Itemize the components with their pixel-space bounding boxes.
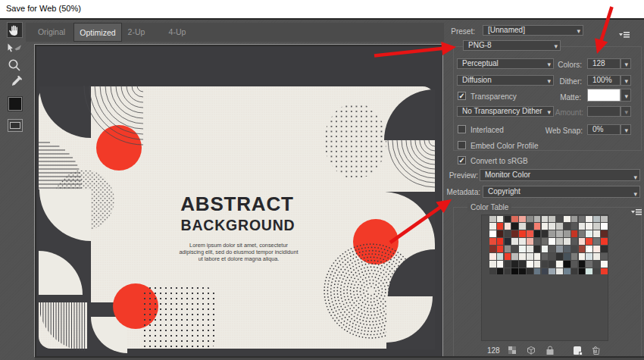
svg-text:BACKGROUND: BACKGROUND [181, 217, 295, 233]
svg-text:ut labore et dolore magna aliq: ut labore et dolore magna aliqua. [199, 255, 280, 262]
svg-text:Lorem ipsum dolor sit amet, co: Lorem ipsum dolor sit amet, consectetur [189, 242, 288, 249]
svg-text:ABSTRACT: ABSTRACT [180, 193, 293, 215]
svg-text:adipiscing elit, sed do eiusmo: adipiscing elit, sed do eiusmod tempor i… [180, 249, 299, 255]
